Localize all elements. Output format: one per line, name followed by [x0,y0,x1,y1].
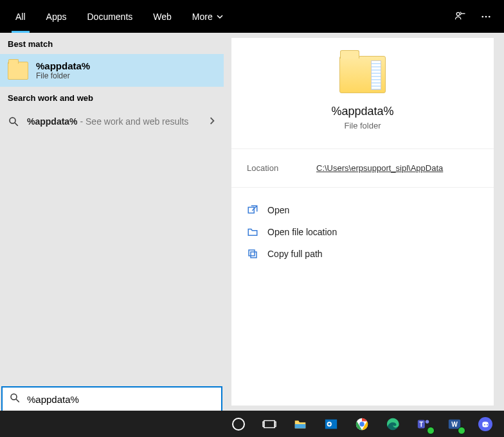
word-icon[interactable]: W [440,411,469,437]
top-right-icons [454,10,499,23]
chrome-icon[interactable] [347,411,377,437]
divider [231,148,494,149]
details-subtitle: File folder [344,121,381,130]
actions-list: Open Open file location Copy full path [231,193,494,271]
svg-point-9 [11,394,17,400]
action-open-location[interactable]: Open file location [242,221,483,243]
details-hero: %appdata% File folder [231,38,494,143]
discord-icon[interactable] [471,411,500,437]
open-icon [247,204,258,216]
details-card: %appdata% File folder Location C:\Users\… [231,38,494,406]
cortana-icon[interactable] [224,411,253,437]
folder-icon [247,226,258,238]
tab-all[interactable]: All [5,0,36,33]
chevron-down-icon [217,12,223,22]
folder-icon [8,62,28,80]
search-filter-bar: All Apps Documents Web More [0,0,504,33]
svg-point-2 [485,15,487,17]
details-panel: %appdata% File folder Location C:\Users\… [224,33,504,411]
tab-apps[interactable]: Apps [36,0,77,33]
svg-rect-11 [264,420,275,427]
result-title: %appdata% [36,60,90,71]
svg-text:W: W [451,420,458,427]
location-row: Location C:\Users\erpsupport_sipl\AppDat… [231,154,494,182]
search-results-area: Best match %appdata% File folder Search … [0,33,504,411]
folder-icon [339,56,386,93]
web-section-header: Search work and web [0,87,224,108]
web-result-text: %appdata% - See work and web results [27,116,188,127]
action-label: Open file location [267,227,337,237]
taskbar: T W [0,411,504,437]
location-label: Location [247,163,285,173]
best-match-result[interactable]: %appdata% File folder [0,54,224,87]
svg-point-22 [426,420,429,424]
svg-point-16 [328,423,330,425]
tab-documents[interactable]: Documents [76,0,143,33]
outlook-icon[interactable] [316,411,346,437]
svg-line-10 [16,399,19,402]
search-input[interactable] [27,394,215,405]
tab-web[interactable]: Web [143,0,182,33]
result-subtitle: File folder [36,71,90,80]
svg-point-1 [482,15,483,17]
search-icon [9,392,21,406]
task-view-icon[interactable] [255,411,284,437]
location-value[interactable]: C:\Users\erpsupport_sipl\AppData [316,163,443,173]
more-options-icon[interactable] [480,10,492,23]
svg-rect-13 [274,422,276,426]
svg-point-4 [10,118,15,123]
feedback-icon[interactable] [454,10,467,23]
svg-text:T: T [419,420,424,427]
svg-point-3 [489,15,491,17]
action-open[interactable]: Open [242,199,483,221]
edge-icon[interactable] [378,411,408,437]
tab-more[interactable]: More [182,0,233,33]
chevron-right-icon [208,116,216,127]
svg-line-5 [15,123,18,126]
filter-tabs: All Apps Documents Web More [5,0,233,33]
result-text: %appdata% File folder [36,60,90,80]
best-match-header: Best match [0,33,224,54]
divider [231,187,494,188]
action-label: Copy full path [267,249,323,259]
action-copy-path[interactable]: Copy full path [242,243,483,265]
svg-rect-12 [263,422,264,426]
svg-rect-7 [251,252,256,258]
search-box[interactable] [1,386,222,412]
svg-point-0 [456,12,460,15]
copy-icon [247,248,258,260]
teams-icon[interactable]: T [409,411,438,437]
details-title: %appdata% [331,105,393,118]
action-label: Open [267,205,289,215]
svg-point-18 [359,422,364,426]
search-icon [8,116,19,127]
results-list: Best match %appdata% File folder Search … [0,33,224,411]
file-explorer-icon[interactable] [285,411,315,437]
web-result[interactable]: %appdata% - See work and web results [0,108,224,135]
svg-rect-8 [249,250,255,256]
